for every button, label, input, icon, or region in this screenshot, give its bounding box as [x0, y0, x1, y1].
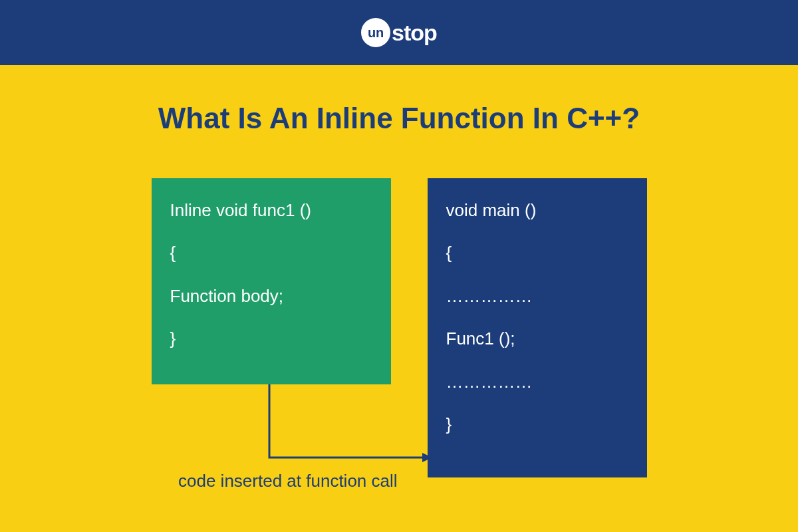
main-function-box: void main () { …………… Func1 (); …………… } — [428, 178, 647, 477]
code-line: void main () — [446, 198, 628, 222]
code-line: …………… — [446, 284, 628, 308]
code-line: } — [170, 327, 372, 350]
code-line: { — [446, 241, 628, 265]
code-line: Inline void func1 () — [170, 198, 372, 222]
arrow-label: code inserted at function call — [178, 471, 398, 491]
logo: un stop — [361, 18, 437, 47]
code-line: { — [170, 241, 372, 265]
page-title: What Is An Inline Function In C++? — [0, 102, 798, 135]
diagram: Inline void func1 () { Function body; } … — [0, 178, 798, 477]
inline-function-box: Inline void func1 () { Function body; } — [152, 178, 391, 384]
code-line: …………… — [446, 370, 628, 394]
logo-text: stop — [392, 20, 437, 46]
code-line: } — [446, 412, 628, 436]
header-bar: un stop — [0, 0, 798, 65]
code-line: Function body; — [170, 284, 372, 308]
code-line: Func1 (); — [446, 327, 628, 350]
logo-circle: un — [361, 18, 390, 47]
